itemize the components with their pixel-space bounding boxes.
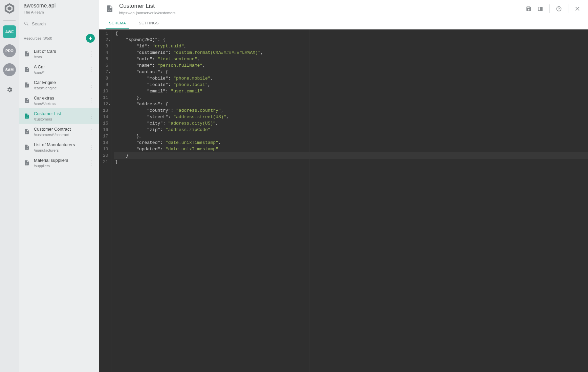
code-line[interactable]: "name": "person.fullName", xyxy=(114,62,588,69)
resource-item-menu-icon[interactable]: ⋮ xyxy=(87,130,95,133)
editor-code[interactable]: { "spawn(200)": { "id": "crypt.uuid", "c… xyxy=(111,29,588,372)
resource-item-path: /customers/*/contract xyxy=(34,133,87,137)
code-line[interactable]: "zip": "address.zipCode" xyxy=(114,127,588,133)
resource-item-path: /customers xyxy=(34,117,87,121)
line-number: 16 xyxy=(103,127,108,133)
line-number: 1 xyxy=(103,30,108,37)
code-line[interactable]: } xyxy=(114,152,588,159)
close-button[interactable] xyxy=(572,3,583,15)
workspace-avatar-pro[interactable]: PRO xyxy=(3,44,16,57)
code-line[interactable]: }, xyxy=(114,133,588,139)
resource-item-path: /cars xyxy=(34,55,87,59)
resource-item[interactable]: <>List of Cars/cars⋮ xyxy=(19,46,99,62)
code-line[interactable]: "mobile": "phone.mobile", xyxy=(114,75,588,82)
fold-icon[interactable]: ▾ xyxy=(108,38,110,44)
code-line[interactable]: "city": "address.city(US)", xyxy=(114,120,588,127)
project-subtitle: The A-Team xyxy=(24,10,94,14)
resource-item[interactable]: <>A Car/cars/*⋮ xyxy=(19,62,99,77)
resource-item-title: List of Manufacturers xyxy=(34,142,87,147)
resource-item-menu-icon[interactable]: ⋮ xyxy=(87,83,95,87)
header-separator xyxy=(549,4,550,13)
code-line[interactable]: } xyxy=(114,159,588,165)
code-line[interactable]: "street": "address.street(US)", xyxy=(114,114,588,120)
resource-item-text: Material suppliers/suppliers xyxy=(34,158,87,168)
tab-schema[interactable]: SCHEMA xyxy=(106,17,129,29)
app-logo-icon xyxy=(4,3,15,14)
code-line[interactable]: }, xyxy=(114,94,588,101)
resource-item-menu-icon[interactable]: ⋮ xyxy=(87,68,95,71)
resource-item[interactable]: <>List of Manufacturers/manufacturers⋮ xyxy=(19,139,99,155)
resource-item-text: List of Manufacturers/manufacturers xyxy=(34,142,87,152)
resource-item[interactable]: <>Car Engine/cars/*/engine⋮ xyxy=(19,77,99,93)
resource-item-menu-icon[interactable]: ⋮ xyxy=(87,146,95,149)
code-line[interactable]: "email": "user.email" xyxy=(114,88,588,94)
line-number: 14 xyxy=(103,114,108,120)
resource-item-title: Car extras xyxy=(34,95,87,101)
resource-item-text: Car Engine/cars/*/engine xyxy=(34,80,87,90)
svg-text:<>: <> xyxy=(26,69,28,71)
line-number: 8 xyxy=(103,75,108,82)
resource-item[interactable]: <>Customer List/customers⋮ xyxy=(19,108,99,124)
resource-item-path: /suppliers xyxy=(34,164,87,168)
resource-item-menu-icon[interactable]: ⋮ xyxy=(87,114,95,118)
svg-text:<>: <> xyxy=(26,147,28,149)
resources-header: Resources (8/50) + xyxy=(19,30,99,46)
save-button[interactable] xyxy=(523,3,535,15)
line-number: 6 xyxy=(103,62,108,69)
resource-list: <>List of Cars/cars⋮<>A Car/cars/*⋮<>Car… xyxy=(19,46,99,372)
line-number: 3 xyxy=(103,43,108,49)
code-line[interactable]: "country": "address.country", xyxy=(114,107,588,114)
line-number: 21 xyxy=(103,159,108,165)
project-title: awesome.api xyxy=(24,3,94,9)
code-line[interactable]: { xyxy=(114,30,588,37)
code-line[interactable]: "spawn(200)": { xyxy=(114,37,588,43)
code-line[interactable]: "updated": "date.unixTimestamp" xyxy=(114,146,588,152)
workspace-avatar-awe[interactable]: AWE xyxy=(3,25,16,38)
resource-item-menu-icon[interactable]: ⋮ xyxy=(87,52,95,56)
workspace-rail: AWEPROSAM xyxy=(0,0,19,372)
main-header: <> Customer List https://api.jsonserver.… xyxy=(99,0,588,17)
line-number: 12▾ xyxy=(103,101,108,107)
resource-item[interactable]: <>Material suppliers/suppliers⋮ xyxy=(19,155,99,171)
resource-item[interactable]: <>Customer Contract/customers/*/contract… xyxy=(19,124,99,139)
workspace-avatar-sam[interactable]: SAM xyxy=(3,63,16,76)
main-panel: <> Customer List https://api.jsonserver.… xyxy=(99,0,588,372)
panel-toggle-button[interactable] xyxy=(535,3,546,15)
settings-icon[interactable] xyxy=(6,86,13,94)
resource-title: Customer List xyxy=(119,3,523,9)
code-line[interactable]: "note": "text.sentence", xyxy=(114,56,588,62)
line-number: 9 xyxy=(103,82,108,88)
code-line[interactable]: "contact": { xyxy=(114,69,588,75)
fold-icon[interactable]: ▾ xyxy=(108,70,110,76)
svg-text:<>: <> xyxy=(108,9,111,12)
search-input[interactable] xyxy=(32,21,94,26)
svg-text:<>: <> xyxy=(26,116,28,118)
code-line[interactable]: "id": "crypt.uuid", xyxy=(114,43,588,49)
resource-item[interactable]: <>Car extras/cars/*/extras⋮ xyxy=(19,93,99,108)
line-number: 2▾ xyxy=(103,37,108,43)
code-line[interactable]: "customerId": "custom.format(C%A########… xyxy=(114,49,588,56)
resource-item-path: /cars/*/engine xyxy=(34,86,87,90)
code-line[interactable]: "locale": "phone.local", xyxy=(114,82,588,88)
code-line[interactable]: "created": "date.unixTimestamp", xyxy=(114,139,588,146)
code-editor[interactable]: 12▾34567▾89101112▾131415161718192021 { "… xyxy=(99,29,588,372)
resource-item-text: Customer Contract/customers/*/contract xyxy=(34,127,87,137)
line-number: 19 xyxy=(103,146,108,152)
resource-item-title: Customer Contract xyxy=(34,127,87,132)
resource-item-text: Car extras/cars/*/extras xyxy=(34,95,87,106)
resource-item-text: Customer List/customers xyxy=(34,111,87,121)
add-resource-button[interactable]: + xyxy=(86,34,95,43)
line-number: 13 xyxy=(103,107,108,114)
resource-item-menu-icon[interactable]: ⋮ xyxy=(87,99,95,102)
line-number: 18 xyxy=(103,139,108,146)
resource-item-menu-icon[interactable]: ⋮ xyxy=(87,161,95,165)
rail-divider xyxy=(3,20,16,21)
line-number: 11 xyxy=(103,94,108,101)
help-button[interactable] xyxy=(553,3,565,15)
sidebar: awesome.api The A-Team Resources (8/50) … xyxy=(19,0,99,372)
main-header-info: Customer List https://api.jsonserver.io/… xyxy=(119,3,523,15)
tab-settings[interactable]: SETTINGS xyxy=(135,17,162,29)
fold-icon[interactable]: ▾ xyxy=(108,102,110,108)
code-line[interactable]: "address": { xyxy=(114,101,588,107)
resource-item-title: Material suppliers xyxy=(34,158,87,163)
